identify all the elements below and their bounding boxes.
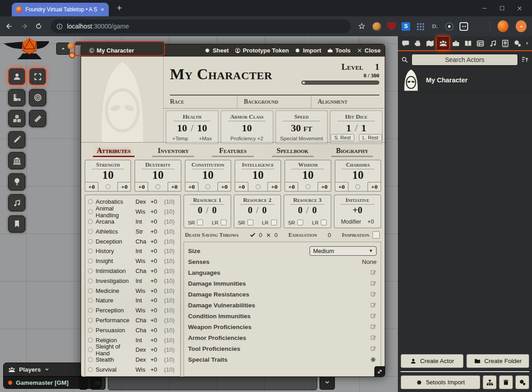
initiative-value[interactable]: +0: [353, 205, 362, 215]
window-minimize-icon[interactable]: [481, 5, 488, 12]
reload-icon[interactable]: [35, 22, 43, 30]
window-header-button[interactable]: Import: [295, 47, 321, 54]
search-input[interactable]: [411, 54, 518, 66]
ability-block[interactable]: Constitution 10 +0 +0: [185, 160, 231, 191]
tool-token[interactable]: [8, 68, 25, 85]
edit-icon[interactable]: [370, 313, 377, 319]
skill-row[interactable]: Investigation Int +0 (10): [88, 276, 178, 286]
sort-icon[interactable]: [521, 56, 529, 63]
ability-modifier[interactable]: +0: [235, 182, 248, 191]
resource-block[interactable]: Resource 1 0/0 SRLR: [184, 195, 231, 228]
macro-slot[interactable]: [150, 375, 171, 390]
edit-icon[interactable]: [370, 345, 377, 352]
resource-block[interactable]: Resource 3 0/0 SRLR: [284, 195, 331, 228]
delete-button[interactable]: [499, 375, 513, 389]
macro-slot[interactable]: [296, 375, 317, 390]
config-gear-icon[interactable]: [370, 356, 377, 363]
ability-block[interactable]: Strength 10 +0 +0: [85, 160, 131, 191]
tool-sounds[interactable]: [8, 194, 25, 211]
browser-update-button[interactable]: [516, 20, 527, 32]
grid-dots[interactable]: [416, 22, 425, 31]
skill-proficiency-radio[interactable]: [88, 199, 93, 204]
skill-proficiency-radio[interactable]: [88, 357, 93, 362]
ability-save[interactable]: +0: [218, 182, 231, 191]
macro-slot[interactable]: [192, 375, 213, 390]
skill-proficiency-radio[interactable]: [88, 318, 93, 323]
hp-tempmax-label[interactable]: +Max: [199, 136, 212, 141]
short-rest-checkbox[interactable]: [297, 220, 303, 225]
skill-row[interactable]: Nature Int +0 (10): [88, 296, 178, 306]
tool-tiles[interactable]: [8, 110, 25, 127]
tab-compendium[interactable]: [499, 36, 511, 50]
tab-settings[interactable]: [512, 36, 524, 50]
skill-proficiency-radio[interactable]: [88, 268, 93, 273]
tab-chat[interactable]: [399, 36, 411, 50]
5etools-import-button[interactable]: 5etools Import: [401, 375, 480, 389]
skill-row[interactable]: Medicine Wis +0 (10): [88, 286, 178, 296]
edit-icon[interactable]: [370, 324, 377, 330]
death-success-count[interactable]: 0: [259, 232, 262, 239]
forward-icon[interactable]: [20, 22, 28, 30]
hp-temp-label[interactable]: +Temp: [172, 136, 188, 141]
foundry-logo[interactable]: [3, 38, 50, 62]
short-rest-checkbox[interactable]: [247, 220, 253, 225]
skill-row[interactable]: Stealth Dex +0 (10): [88, 355, 178, 365]
proficiency-radio[interactable]: [106, 184, 111, 189]
skill-proficiency-radio[interactable]: [88, 367, 93, 372]
health-block[interactable]: Health 10/10 +Temp+Max: [166, 110, 218, 144]
ability-modifier[interactable]: +0: [335, 182, 348, 191]
ability-modifier[interactable]: +0: [85, 182, 98, 191]
skill-proficiency-radio[interactable]: [88, 338, 93, 343]
tab-items[interactable]: [450, 36, 462, 50]
skill-row[interactable]: Perception Wis +0 (10): [88, 306, 178, 316]
tab-scenes[interactable]: [424, 36, 436, 50]
cookie[interactable]: [372, 22, 381, 31]
skill-row[interactable]: Athletics Str +0 (10): [88, 226, 178, 236]
character-portrait[interactable]: [81, 57, 164, 142]
speed-block[interactable]: Speed 30 ft Special Movement: [276, 110, 328, 144]
character-sheet-window[interactable]: © My Character SheetPrototype TokenImpor…: [81, 44, 385, 377]
skill-proficiency-radio[interactable]: [88, 328, 93, 333]
skill-proficiency-radio[interactable]: [88, 347, 93, 352]
macro-slot[interactable]: [233, 375, 254, 390]
tab-tables[interactable]: [474, 36, 487, 50]
create-folder-button[interactable]: Create Folder: [466, 354, 529, 368]
tool-notes[interactable]: [8, 215, 25, 233]
ability-block[interactable]: Intelligence 10 +0 +0: [235, 160, 281, 191]
death-failure-icon[interactable]: [266, 232, 271, 238]
short-rest-checkbox[interactable]: [197, 220, 203, 225]
tool-select[interactable]: [29, 68, 46, 85]
ability-block[interactable]: Wisdom 10 +0 +0: [285, 160, 331, 191]
box-dots[interactable]: [459, 22, 468, 31]
initiative-block[interactable]: Initiative +0 Modifier+0: [334, 195, 382, 228]
s-badge[interactable]: S: [401, 22, 410, 31]
ability-modifier[interactable]: +0: [185, 182, 198, 191]
player-entry[interactable]: Gamemaster [GM]: [4, 376, 101, 388]
speed-value[interactable]: 30 ft: [291, 122, 312, 134]
fork[interactable]: [474, 22, 483, 31]
ability-block[interactable]: Charisma 10 +0 +0: [335, 160, 381, 191]
hd-current[interactable]: 1: [346, 122, 351, 134]
macro-slot[interactable]: [129, 375, 150, 390]
ability-save[interactable]: +0: [168, 182, 181, 191]
skill-proficiency-radio[interactable]: [88, 288, 93, 293]
window-header-button[interactable]: Tools: [327, 47, 351, 54]
back-icon[interactable]: [5, 22, 13, 30]
window-header-button[interactable]: Sheet: [204, 47, 228, 54]
hotbar-page-down-button[interactable]: [319, 375, 335, 390]
ability-save[interactable]: +0: [318, 182, 331, 191]
tab-combat[interactable]: [411, 36, 424, 50]
sheet-tab[interactable]: Inventory: [144, 147, 203, 158]
skill-row[interactable]: Performance Cha +0 (10): [88, 316, 178, 325]
proficiency-radio[interactable]: [155, 184, 160, 189]
skill-row[interactable]: Arcana Int +0 (10): [88, 217, 178, 227]
tool-ruler[interactable]: [29, 110, 46, 127]
actor-entry[interactable]: My Character: [398, 68, 532, 93]
long-rest-button[interactable]: L. Rest: [359, 134, 382, 141]
sheet-tab[interactable]: Spellbook: [263, 147, 323, 158]
bookmark-star-icon[interactable]: [358, 22, 366, 30]
hp-max[interactable]: 10: [197, 122, 207, 134]
skill-proficiency-radio[interactable]: [88, 308, 93, 313]
ability-modifier[interactable]: +0: [135, 182, 148, 191]
level-display[interactable]: Level1: [301, 62, 379, 72]
